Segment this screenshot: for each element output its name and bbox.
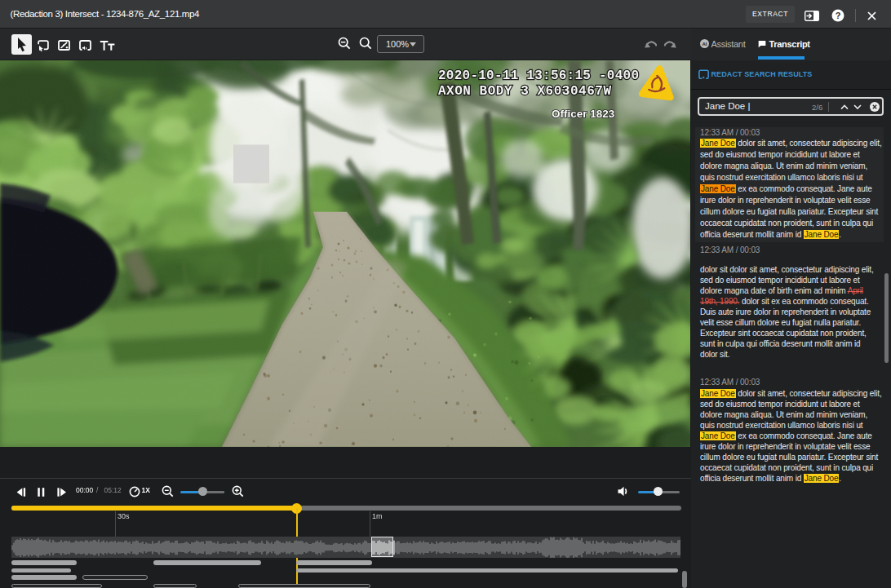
svg-text:Officer 1823: Officer 1823 <box>552 108 615 120</box>
svg-text:2020-10-11 13:56:15 -0400: 2020-10-11 13:56:15 -0400 <box>438 69 639 83</box>
svg-text:?: ? <box>836 11 841 20</box>
svg-text:AXON BODY 3 X6030467W: AXON BODY 3 X6030467W <box>438 84 611 99</box>
